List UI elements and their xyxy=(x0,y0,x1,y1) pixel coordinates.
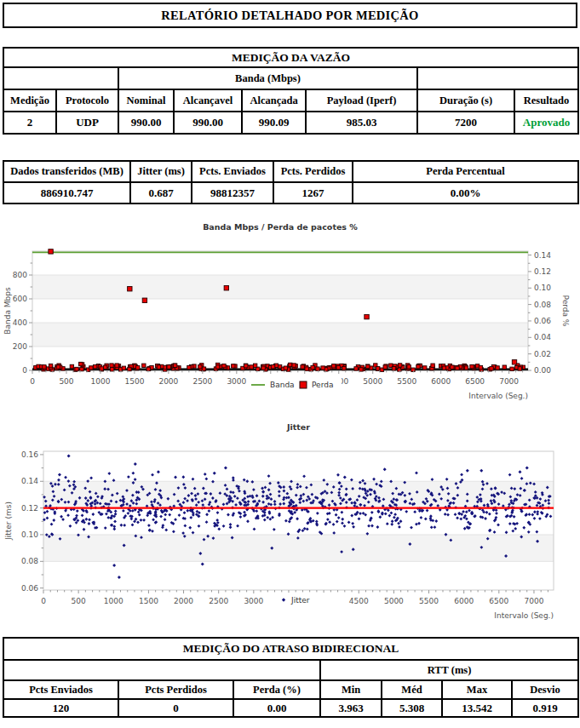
svg-text:1000: 1000 xyxy=(90,377,110,386)
vazao-value-protocolo: UDP xyxy=(56,112,118,134)
dados-header-pcts-perdidos: Pcts. Perdidos xyxy=(273,161,353,182)
svg-text:0.10: 0.10 xyxy=(21,530,38,539)
atraso-header-pcts-enviados: Pcts Enviados xyxy=(3,680,118,699)
vazao-title: MEDIÇÃO DA VAZÃO xyxy=(3,48,578,67)
vazao-group-banda: Banda (Mbps) xyxy=(118,67,417,89)
svg-text:Intervalo (Seg.): Intervalo (Seg.) xyxy=(494,611,554,620)
svg-text:7000: 7000 xyxy=(525,597,544,605)
atraso-group-rtt: RTT (ms) xyxy=(320,660,578,680)
svg-text:0: 0 xyxy=(22,366,27,375)
vazao-value-nominal: 990.00 xyxy=(118,112,174,134)
jitter-chart: Jitter0500100015002000250030004000450050… xyxy=(0,417,580,630)
svg-text:0.12: 0.12 xyxy=(21,504,38,513)
svg-text:0.06: 0.06 xyxy=(534,317,551,325)
svg-text:6000: 6000 xyxy=(431,377,451,386)
svg-text:0.08: 0.08 xyxy=(534,301,551,309)
dados-value-perda-percentual: 0.00% xyxy=(353,182,578,203)
svg-text:5000: 5000 xyxy=(363,377,382,386)
atraso-header-med: Méd xyxy=(382,680,442,699)
svg-text:0.14: 0.14 xyxy=(21,477,38,485)
vazao-group-empty-left xyxy=(3,67,118,89)
atraso-value-desvio: 0.919 xyxy=(512,699,578,717)
vazao-header-medicao: Medição xyxy=(3,89,56,112)
dados-table: Dados transferidos (MB) Jitter (ms) Pcts… xyxy=(3,160,579,204)
svg-text:2500: 2500 xyxy=(192,377,212,386)
atraso-header-min: Min xyxy=(320,680,382,699)
svg-text:5500: 5500 xyxy=(419,597,439,605)
vazao-value-duracao: 7200 xyxy=(417,112,514,134)
vazao-header-resultado: Resultado xyxy=(514,89,578,112)
atraso-header-perda: Perda (%) xyxy=(233,680,320,699)
vazao-value-medicao: 2 xyxy=(3,112,56,134)
atraso-table: MEDIÇÃO DO ATRASO BIDIRECIONAL RTT (ms) … xyxy=(3,637,579,718)
banda-perda-plot: Banda Mbps / Perda de pacotes % xyxy=(32,222,528,370)
atraso-value-pcts-enviados: 120 xyxy=(3,699,118,717)
svg-text:1500: 1500 xyxy=(139,597,158,605)
svg-text:3000: 3000 xyxy=(244,597,263,605)
vazao-table: MEDIÇÃO DA VAZÃO Banda (Mbps) Medição Pr… xyxy=(3,47,579,135)
svg-text:200: 200 xyxy=(13,342,27,351)
svg-text:6000: 6000 xyxy=(454,597,474,605)
atraso-value-max: 13.542 xyxy=(442,699,512,717)
vazao-header-duracao: Duração (s) xyxy=(417,89,514,112)
svg-text:5000: 5000 xyxy=(384,597,404,605)
svg-text:Banda Mbps / Perda de pacotes: Banda Mbps / Perda de pacotes % xyxy=(203,222,358,232)
vazao-header-alcancada: Alcançada xyxy=(242,89,306,112)
svg-text:0: 0 xyxy=(41,597,46,605)
atraso-title: MEDIÇÃO DO ATRASO BIDIRECIONAL xyxy=(3,638,578,660)
vazao-header-payload: Payload (Iperf) xyxy=(306,89,417,112)
svg-text:400: 400 xyxy=(13,318,27,327)
svg-text:1500: 1500 xyxy=(124,377,144,386)
svg-text:4500: 4500 xyxy=(349,597,369,605)
svg-text:0.08: 0.08 xyxy=(21,557,38,565)
dados-value-pcts-enviados: 98812357 xyxy=(192,182,273,203)
vazao-header-nominal: Nominal xyxy=(118,89,174,112)
banda-perda-chart: Banda Mbps / Perda de pacotes %050010001… xyxy=(0,217,580,415)
vazao-header-alcancavel: Alcançavel xyxy=(174,89,242,112)
svg-text:2500: 2500 xyxy=(209,597,228,605)
vazao-header-protocolo: Protocolo xyxy=(56,89,118,112)
report-title-table: RELATÓRIO DETALHADO POR MEDIÇÃO xyxy=(3,3,577,28)
svg-text:1000: 1000 xyxy=(104,597,123,605)
dados-value-pcts-perdidos: 1267 xyxy=(273,182,353,203)
vazao-group-empty-right xyxy=(417,67,578,89)
report-title: RELATÓRIO DETALHADO POR MEDIÇÃO xyxy=(3,3,577,27)
svg-text:2000: 2000 xyxy=(174,597,193,605)
vazao-value-payload: 985.03 xyxy=(306,112,417,134)
svg-text:Jitter: Jitter xyxy=(286,422,310,432)
svg-text:6500: 6500 xyxy=(465,377,485,386)
svg-text:3000: 3000 xyxy=(227,377,246,386)
vazao-result-badge: Aprovado xyxy=(514,112,578,134)
atraso-value-min: 3.963 xyxy=(320,699,382,717)
svg-text:0.06: 0.06 xyxy=(21,584,38,593)
svg-text:0.00: 0.00 xyxy=(534,366,551,375)
svg-text:Jitter: Jitter xyxy=(290,596,310,605)
svg-text:0.16: 0.16 xyxy=(21,450,38,459)
banda-perda-legend: BandaPerda xyxy=(246,377,342,393)
svg-text:Intervalo (Seg.): Intervalo (Seg.) xyxy=(468,392,528,400)
vazao-value-alcancada: 990.09 xyxy=(242,112,306,134)
atraso-group-empty xyxy=(3,660,320,680)
dados-header-jitter: Jitter (ms) xyxy=(130,161,192,182)
perda-series xyxy=(34,249,525,372)
atraso-value-pcts-perdidos: 0 xyxy=(118,699,233,717)
dados-value-jitter: 0.687 xyxy=(130,182,192,203)
svg-text:6500: 6500 xyxy=(489,597,508,605)
atraso-header-max: Max xyxy=(442,680,512,699)
atraso-header-desvio: Desvio xyxy=(512,680,578,699)
svg-text:5500: 5500 xyxy=(397,377,416,386)
dados-header-perda-percentual: Perda Percentual xyxy=(353,161,578,182)
svg-text:800: 800 xyxy=(13,271,27,279)
svg-text:Jitter (ms): Jitter (ms) xyxy=(4,502,13,541)
svg-text:0: 0 xyxy=(30,377,35,386)
atraso-value-perda: 0.00 xyxy=(233,699,320,717)
svg-text:600: 600 xyxy=(13,295,27,303)
svg-text:0.04: 0.04 xyxy=(534,333,551,341)
svg-text:0.14: 0.14 xyxy=(534,251,551,260)
atraso-header-pcts-perdidos: Pcts Perdidos xyxy=(118,680,233,699)
svg-text:Perda: Perda xyxy=(312,381,333,389)
dados-header-transferidos: Dados transferidos (MB) xyxy=(3,161,130,182)
atraso-value-med: 5.308 xyxy=(382,699,442,717)
svg-text:0.12: 0.12 xyxy=(534,267,551,276)
svg-text:Perda %: Perda % xyxy=(561,295,570,327)
